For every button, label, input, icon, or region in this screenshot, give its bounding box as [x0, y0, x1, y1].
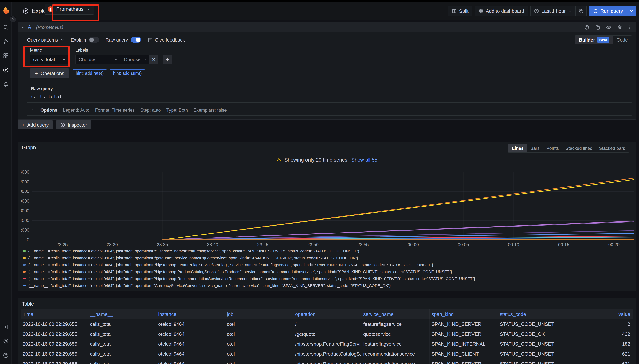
help-icon[interactable] [3, 352, 9, 358]
option-summary-item: Format: Time series [95, 108, 135, 113]
graph-mode-bars[interactable]: Bars [527, 144, 543, 152]
alerting-bell-icon[interactable] [3, 81, 9, 87]
column-header-Value[interactable]: Value [566, 310, 633, 319]
dashboards-icon[interactable] [3, 53, 9, 59]
search-icon[interactable] [3, 24, 9, 30]
add-query-button[interactable]: +Add query [18, 120, 53, 130]
metric-field: Metric calls_total [30, 48, 69, 64]
label-value-select[interactable]: Choose [121, 54, 149, 64]
hint-button-1[interactable]: hint: add sum() [110, 70, 145, 77]
explore-icon[interactable] [3, 67, 9, 73]
raw-query-toggle[interactable] [130, 37, 141, 43]
hide-response-eye-icon[interactable] [606, 24, 612, 30]
table-cell: recommendationservice [362, 349, 430, 359]
table-panel: Table Time__name__instancejoboperationse… [18, 298, 636, 364]
metric-label: Metric [30, 48, 69, 53]
datasource-picker[interactable]: Prometheus [44, 4, 94, 14]
table-row: 2022-10-16 00:22:29.655calls_totalotelco… [21, 339, 633, 349]
starred-icon[interactable] [3, 38, 9, 44]
zoom-out-time-button[interactable] [576, 6, 586, 16]
code-tab[interactable]: Code [613, 36, 632, 44]
table-cell: otel [225, 329, 293, 339]
time-range-picker[interactable]: Last 1 hour [530, 6, 576, 16]
sidebar-expand-button[interactable] [10, 16, 16, 22]
table-cell: otelcol:9464 [156, 319, 225, 329]
label-operator-select[interactable]: = [104, 54, 121, 64]
column-header-instance[interactable]: instance [156, 310, 225, 319]
collapse-chevron-icon[interactable] [21, 25, 25, 29]
query-patterns-dropdown[interactable]: Query patterns [27, 37, 64, 43]
give-feedback-link[interactable]: Give feedback [148, 37, 185, 43]
table-cell: calls_total [88, 359, 156, 364]
raw-query-expression: calls_total [31, 94, 628, 99]
legend-label: {__name__="calls_total", instance="otelc… [28, 284, 391, 288]
graph-mode-stacked-bars[interactable]: Stacked bars [596, 144, 628, 152]
add-to-dashboard-button[interactable]: Add to dashboard [475, 6, 528, 16]
axis-tick-label: 6000 [21, 208, 29, 213]
split-button[interactable]: Split [448, 6, 472, 16]
prometheus-logo-icon [47, 6, 54, 12]
builder-tab[interactable]: Builder Beta [575, 36, 613, 44]
query-row-header[interactable]: A (Prometheus) [18, 22, 636, 32]
legend-item[interactable]: {__name__="calls_total", instance="otelc… [23, 289, 633, 291]
sign-in-icon[interactable] [3, 324, 9, 330]
graph-panel-title: Graph [22, 145, 36, 150]
explain-toggle[interactable] [89, 37, 99, 43]
legend-item[interactable]: {__name__="calls_total", instance="otelc… [23, 275, 633, 282]
axis-tick-label: 8000 [21, 198, 29, 204]
hint-button-0[interactable]: hint: add rate() [72, 70, 107, 77]
duplicate-query-icon[interactable] [595, 25, 600, 30]
legend-item[interactable]: {__name__="calls_total", instance="otelc… [23, 282, 633, 289]
remove-query-trash-icon[interactable] [617, 25, 622, 30]
axis-tick-label: 2000 [21, 228, 29, 232]
legend-item[interactable]: {__name__="calls_total", instance="otelc… [23, 248, 633, 254]
column-header-name[interactable]: __name__ [88, 310, 156, 319]
column-header-spankind[interactable]: span_kind [430, 310, 498, 319]
table-cell: 2022-10-16 00:22:29.655 [21, 319, 88, 329]
table-cell: 2022-10-16 00:22:29.655 [21, 329, 88, 339]
run-query-dropdown[interactable] [627, 6, 636, 16]
query-help-icon[interactable] [584, 25, 590, 30]
table-cell: 2022-10-16 00:22:29.655 [21, 359, 88, 364]
table-cell: otel [225, 339, 293, 349]
table-cell: calls_total [88, 329, 156, 339]
table-cell: STATUS_CODE_OK [498, 329, 566, 339]
results-table: Time__name__instancejoboperationservice_… [21, 310, 633, 364]
add-label-filter-button[interactable]: + [163, 54, 172, 64]
remove-label-filter-button[interactable]: × [149, 54, 158, 64]
grafana-logo-icon[interactable] [2, 6, 10, 14]
column-header-Time[interactable]: Time [21, 310, 88, 319]
time-series-chart[interactable]: 0200040006000800010000120001400023:2523:… [21, 170, 634, 250]
legend-item[interactable]: {__name__="calls_total", instance="otelc… [23, 261, 633, 268]
table-cell: otelcol:9464 [156, 329, 225, 339]
graph-mode-stacked-lines[interactable]: Stacked lines [562, 144, 596, 152]
graph-mode-lines[interactable]: Lines [508, 144, 527, 152]
query-actions: +Add query Inspector [18, 120, 91, 130]
label-name-select[interactable]: Choose [76, 54, 104, 64]
show-all-series-link[interactable]: Show all 55 [351, 157, 378, 163]
drag-handle-icon[interactable] [628, 25, 633, 30]
add-operations-button[interactable]: + Operations [30, 68, 69, 78]
options-summary: Legend: AutoFormat: Time seriesStep: aut… [63, 108, 227, 113]
axis-tick-label: 00:00 [408, 242, 419, 247]
metric-select[interactable]: calls_total [30, 54, 69, 64]
column-header-statuscode[interactable]: status_code [498, 310, 566, 319]
column-header-job[interactable]: job [225, 310, 293, 319]
table-cell: SPAN_KIND_CLIENT [430, 349, 498, 359]
inspector-button[interactable]: Inspector [56, 120, 91, 130]
legend-item[interactable]: {__name__="calls_total", instance="otelc… [23, 268, 633, 275]
run-query-button[interactable]: Run query [589, 6, 636, 16]
table-cell: otelcol:9464 [156, 339, 225, 349]
table-cell: 2 [566, 319, 633, 329]
legend-swatch [23, 264, 26, 266]
axis-tick-label: 23:55 [358, 242, 369, 247]
query-options-row[interactable]: Options Legend: AutoFormat: Time seriesS… [27, 105, 632, 116]
settings-gear-icon[interactable] [3, 338, 9, 344]
axis-tick-label: 23:40 [207, 242, 218, 247]
table-cell: STATUS_CODE_UNSET [498, 359, 566, 364]
legend-item[interactable]: {__name__="calls_total", instance="otelc… [23, 254, 633, 261]
graph-mode-points[interactable]: Points [543, 144, 562, 152]
table-header-row: Time__name__instancejoboperationservice_… [21, 310, 633, 319]
column-header-operation[interactable]: operation [293, 310, 362, 319]
column-header-servicename[interactable]: service_name [362, 310, 430, 319]
